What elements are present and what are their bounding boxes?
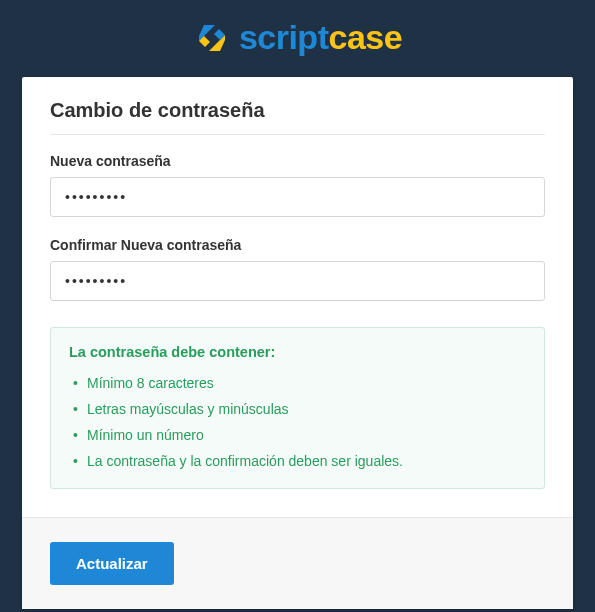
brand-header: scriptcase: [22, 18, 573, 57]
password-rule-item: Letras mayúsculas y minúsculas: [69, 396, 526, 422]
password-change-card: Cambio de contraseña Nueva contraseña Co…: [22, 77, 573, 609]
svg-marker-0: [199, 25, 215, 41]
new-password-input[interactable]: [50, 177, 545, 217]
password-rules-box: La contraseña debe contener: Mínimo 8 ca…: [50, 327, 545, 489]
password-rule-item: La contraseña y la confirmación deben se…: [69, 448, 526, 474]
brand-logo: scriptcase: [193, 18, 402, 57]
page-title: Cambio de contraseña: [50, 99, 545, 135]
card-body: Cambio de contraseña Nueva contraseña Co…: [22, 77, 573, 517]
scriptcase-icon: [193, 19, 231, 57]
password-rules-list: Mínimo 8 caracteres Letras mayúsculas y …: [69, 370, 526, 474]
brand-name: scriptcase: [239, 18, 402, 57]
confirm-password-input[interactable]: [50, 261, 545, 301]
password-rule-item: Mínimo 8 caracteres: [69, 370, 526, 396]
new-password-label: Nueva contraseña: [50, 153, 545, 169]
submit-button[interactable]: Actualizar: [50, 542, 174, 585]
password-rules-title: La contraseña debe contener:: [69, 344, 526, 360]
password-rule-item: Mínimo un número: [69, 422, 526, 448]
svg-marker-1: [209, 35, 225, 51]
confirm-password-label: Confirmar Nueva contraseña: [50, 237, 545, 253]
card-footer: Actualizar: [22, 517, 573, 609]
